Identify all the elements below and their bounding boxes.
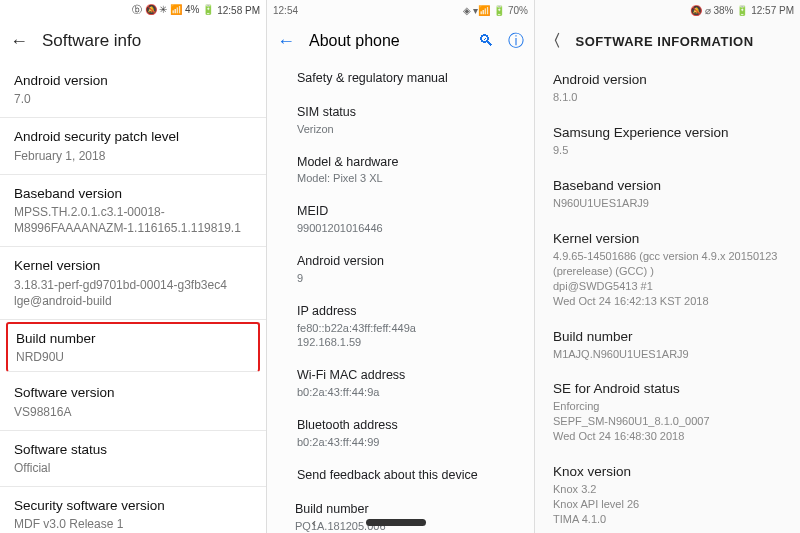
list-item[interactable]: Software versionVS98816A: [0, 374, 266, 430]
item-value: 8.1.0: [553, 90, 782, 105]
list-item[interactable]: SIM statusVerizon: [267, 96, 534, 146]
item-title: Security software version: [14, 497, 252, 515]
status-icons: 🔕 ⌀ 38% 🔋: [690, 5, 748, 16]
item-title: Software version: [14, 384, 252, 402]
list-item[interactable]: Bluetooth addressb0:2a:43:ff:44:99: [267, 409, 534, 459]
item-value: b0:2a:43:ff:44:9a: [297, 385, 504, 400]
item-title: Android version: [297, 253, 504, 270]
list-item[interactable]: Samsung Experience version9.5: [535, 115, 800, 168]
list-item[interactable]: Baseband versionN960U1UES1ARJ9: [535, 168, 800, 221]
list-item[interactable]: MEID99001201016446: [267, 195, 534, 245]
item-value: 9: [297, 271, 504, 286]
list-item[interactable]: Kernel version3.18.31-perf-gd9701bd-0001…: [0, 247, 266, 320]
item-value: MDF v3.0 Release 1: [14, 516, 252, 532]
list-item[interactable]: Knox versionKnox 3.2 Knox API level 26 T…: [535, 454, 800, 533]
back-nav-icon[interactable]: ‹: [312, 515, 316, 530]
item-value: N960U1UES1ARJ9: [553, 196, 782, 211]
item-title: Samsung Experience version: [553, 124, 782, 142]
list-item[interactable]: IP addressfe80::b22a:43ff:feff:449a 192.…: [267, 295, 534, 360]
list-item[interactable]: Build numberM1AJQ.N960U1UES1ARJ9: [545, 321, 790, 369]
settings-list: Android version7.0Android security patch…: [0, 62, 266, 533]
pixel-panel: 12:54 ◈ ▾📶 🔋 70% ← About phone 🔍︎ ⓘ Safe…: [266, 0, 534, 533]
item-value: Verizon: [297, 122, 504, 137]
item-title: Android version: [553, 71, 782, 89]
list-item[interactable]: Android version7.0: [0, 62, 266, 118]
nav-bar: ‹: [267, 511, 534, 533]
item-value: VS98816A: [14, 404, 252, 420]
item-title: Build number: [16, 330, 250, 348]
back-icon[interactable]: ←: [10, 32, 28, 50]
status-bar: 12:54 ◈ ▾📶 🔋 70%: [267, 0, 534, 20]
search-icon[interactable]: 🔍︎: [478, 32, 494, 50]
list-item[interactable]: Kernel version4.9.65-14501686 (gcc versi…: [535, 221, 800, 319]
list-item[interactable]: Android version8.1.0: [535, 62, 800, 115]
item-title: Build number: [553, 328, 782, 346]
settings-list: Safety & regulatory manualSIM statusVeri…: [267, 62, 534, 533]
item-title: Kernel version: [14, 257, 252, 275]
item-value: 99001201016446: [297, 221, 504, 236]
list-item[interactable]: Baseband versionMPSS.TH.2.0.1.c3.1-00018…: [0, 175, 266, 248]
header: ← Software info: [0, 20, 266, 62]
item-title: Send feedback about this device: [297, 467, 504, 484]
item-value: MPSS.TH.2.0.1.c3.1-00018-M8996FAAAANAZM-…: [14, 204, 252, 236]
samsung-panel: 🔕 ⌀ 38% 🔋 12:57 PM 〈 SOFTWARE INFORMATIO…: [534, 0, 800, 533]
item-value: 3.18.31-perf-gd9701bd-00014-g3fb3ec4 lge…: [14, 277, 252, 309]
item-value: 4.9.65-14501686 (gcc version 4.9.x 20150…: [553, 249, 782, 308]
list-item[interactable]: Send feedback about this device: [267, 459, 534, 493]
item-value: NRD90U: [16, 349, 250, 365]
item-title: Kernel version: [553, 230, 782, 248]
page-title: About phone: [309, 32, 400, 50]
item-title: SIM status: [297, 104, 504, 121]
item-value: M1AJQ.N960U1UES1ARJ9: [553, 347, 782, 362]
item-title: MEID: [297, 203, 504, 220]
item-title: Android security patch level: [14, 128, 252, 146]
list-item[interactable]: Build numberNRD90U: [6, 322, 260, 372]
list-item[interactable]: SE for Android statusEnforcing SEPF_SM-N…: [535, 371, 800, 454]
status-time: 12:57 PM: [751, 5, 794, 16]
item-title: Baseband version: [14, 185, 252, 203]
item-title: Safety & regulatory manual: [297, 70, 504, 87]
back-icon[interactable]: 〈: [545, 33, 562, 49]
item-title: SE for Android status: [553, 380, 782, 398]
item-value: b0:2a:43:ff:44:99: [297, 435, 504, 450]
list-item[interactable]: Wi-Fi MAC addressb0:2a:43:ff:44:9a: [267, 359, 534, 409]
item-value: 7.0: [14, 91, 252, 107]
item-value: Official: [14, 460, 252, 476]
status-time: 12:54: [273, 5, 298, 16]
list-item[interactable]: Model & hardwareModel: Pixel 3 XL: [267, 146, 534, 196]
help-icon[interactable]: ⓘ: [508, 31, 524, 52]
list-item[interactable]: Safety & regulatory manual: [267, 62, 534, 96]
list-item[interactable]: Software statusOfficial: [0, 431, 266, 487]
settings-list: Android version8.1.0Samsung Experience v…: [535, 62, 800, 533]
status-bar: ⓑ 🔕 ✳ 📶 4% 🔋 12:58 PM: [0, 0, 266, 20]
item-value: Knox 3.2 Knox API level 26 TIMA 4.1.0: [553, 482, 782, 527]
item-title: Bluetooth address: [297, 417, 504, 434]
item-title: Software status: [14, 441, 252, 459]
item-title: Baseband version: [553, 177, 782, 195]
item-value: Model: Pixel 3 XL: [297, 171, 504, 186]
item-title: Model & hardware: [297, 154, 504, 171]
item-title: IP address: [297, 303, 504, 320]
status-bar: 🔕 ⌀ 38% 🔋 12:57 PM: [535, 0, 800, 20]
lg-panel: ⓑ 🔕 ✳ 📶 4% 🔋 12:58 PM ← Software info An…: [0, 0, 266, 533]
item-title: Android version: [14, 72, 252, 90]
status-icons: ⓑ 🔕 ✳ 📶 4% 🔋: [132, 3, 214, 17]
item-value: Enforcing SEPF_SM-N960U1_8.1.0_0007 Wed …: [553, 399, 782, 444]
item-value: 9.5: [553, 143, 782, 158]
header: 〈 SOFTWARE INFORMATION: [535, 20, 800, 62]
list-item[interactable]: Android version9: [267, 245, 534, 295]
status-icons: ◈ ▾📶 🔋 70%: [463, 5, 528, 16]
page-title: SOFTWARE INFORMATION: [576, 34, 754, 49]
item-title: Knox version: [553, 463, 782, 481]
home-pill[interactable]: [366, 519, 426, 526]
page-title: Software info: [42, 31, 141, 51]
list-item[interactable]: Security software versionMDF v3.0 Releas…: [0, 487, 266, 533]
header: ← About phone 🔍︎ ⓘ: [267, 20, 534, 62]
item-value: February 1, 2018: [14, 148, 252, 164]
list-item[interactable]: Android security patch levelFebruary 1, …: [0, 118, 266, 174]
status-time: 12:58 PM: [217, 5, 260, 16]
item-value: fe80::b22a:43ff:feff:449a 192.168.1.59: [297, 321, 504, 351]
back-icon[interactable]: ←: [277, 31, 295, 52]
item-title: Wi-Fi MAC address: [297, 367, 504, 384]
